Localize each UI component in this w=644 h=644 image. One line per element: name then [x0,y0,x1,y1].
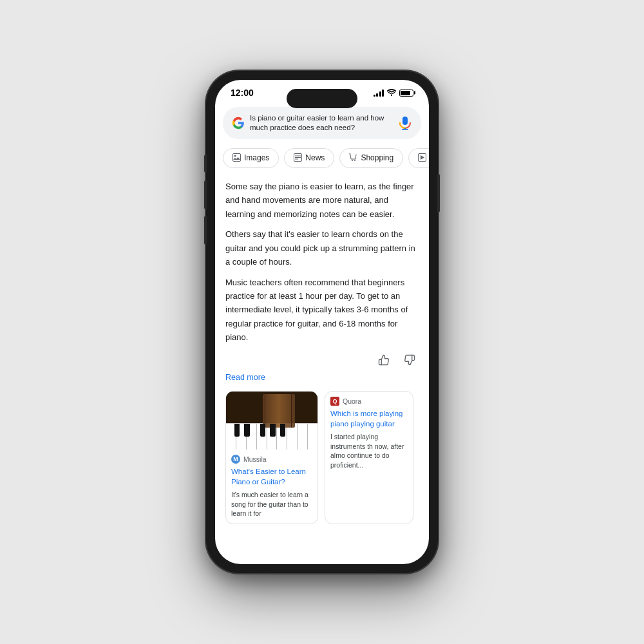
tab-news[interactable]: News [284,148,334,168]
card-source-quora: Q Quora [330,397,408,406]
phone-screen: 12:00 [215,80,429,564]
mussila-source-name: Mussila [243,455,267,463]
dynamic-island [287,89,357,108]
feedback-row [225,351,419,369]
main-content: Some say the piano is easier to learn, a… [215,173,429,531]
svg-point-7 [352,160,353,161]
svg-point-2 [234,155,236,156]
mussila-card-title: What's Easier to Learn Piano or Guitar? [231,466,312,487]
card-mussila[interactable]: M Mussila What's Easier to Learn Piano o… [225,391,318,524]
filter-tabs: Images News [215,144,429,173]
mussila-card-snippet: It's much easier to learn a song for the… [231,490,312,518]
svg-rect-0 [402,117,408,125]
card-body-quora: Q Quora Which is more playing piano play… [325,392,413,475]
power-button[interactable] [437,174,440,213]
svg-point-8 [354,160,355,161]
mussila-icon: M [231,455,240,464]
quora-card-snippet: I started playing instruments th now, af… [330,432,408,470]
thumbs-up-button[interactable] [375,351,393,369]
search-query: Is piano or guitar easier to learn and h… [250,113,393,133]
tab-images[interactable]: Images [223,148,279,168]
signal-bar-2 [376,93,378,97]
svg-marker-10 [421,155,424,160]
tab-shopping[interactable]: Shopping [339,148,403,168]
quora-source-name: Quora [343,397,361,405]
shopping-icon [349,153,357,163]
videos-icon [418,153,426,163]
card-image-mussila [226,392,317,450]
ai-paragraph-3: Music teachers often recommend that begi… [225,276,419,345]
mic-icon[interactable] [398,116,412,130]
signal-icon [374,89,384,97]
phone-frame: 12:00 [206,71,438,573]
news-label: News [305,153,325,162]
signal-bar-3 [379,91,381,97]
battery-fill [401,91,410,95]
ai-answer: Some say the piano is easier to learn, a… [225,180,419,345]
search-bar[interactable]: Is piano or guitar easier to learn and h… [223,107,421,139]
shopping-label: Shopping [361,153,393,162]
card-source-mussila: M Mussila [231,455,312,464]
ai-paragraph-1: Some say the piano is easier to learn, a… [225,180,419,221]
google-logo [232,117,245,129]
news-icon [294,153,302,163]
signal-bar-4 [382,90,384,97]
images-icon [232,153,241,163]
status-time: 12:00 [231,88,254,98]
quora-card-title: Which is more playing piano playing guit… [330,408,408,429]
signal-bar-1 [374,95,375,97]
ai-paragraph-2: Others say that it's easier to learn cho… [225,227,419,269]
quora-icon: Q [330,397,339,406]
card-quora[interactable]: Q Quora Which is more playing piano play… [325,391,413,524]
images-label: Images [244,153,269,162]
read-more-link[interactable]: Read more [225,373,419,382]
volume-up-button[interactable] [204,180,207,209]
thumbs-down-button[interactable] [401,351,419,369]
wifi-icon [387,89,396,97]
volume-down-button[interactable] [204,216,207,245]
article-cards: M Mussila What's Easier to Learn Piano o… [225,391,419,524]
svg-rect-1 [233,153,241,161]
tab-videos[interactable]: Vide... [408,148,429,168]
mute-button[interactable] [204,155,207,173]
battery-icon [399,90,413,97]
card-body-mussila: M Mussila What's Easier to Learn Piano o… [226,450,317,524]
status-icons [374,89,414,97]
